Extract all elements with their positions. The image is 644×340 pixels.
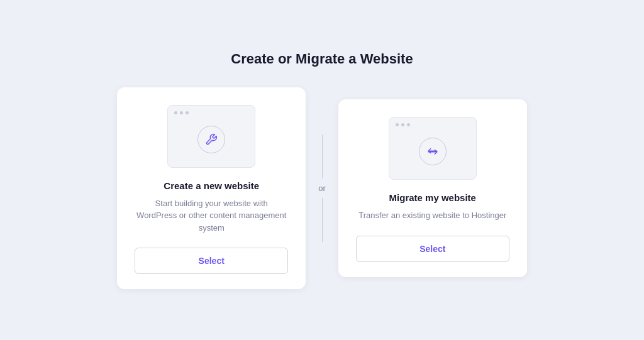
browser-dots	[174, 111, 189, 114]
migrate-arrows-icon	[426, 145, 439, 158]
migrate-card-title: Migrate my website	[389, 192, 476, 203]
migrate-browser-dot-3	[407, 123, 410, 126]
or-text: or	[318, 178, 326, 198]
create-illustration	[167, 105, 255, 168]
wrench-icon-circle	[197, 126, 225, 153]
migrate-card-description: Transfer an existing website to Hostinge…	[358, 209, 506, 222]
migrate-illustration	[389, 117, 477, 180]
arrows-icon-circle	[419, 138, 447, 165]
wrench-icon	[205, 133, 218, 146]
create-select-button[interactable]: Select	[135, 248, 288, 274]
browser-dot-3	[186, 111, 189, 114]
create-card-description: Start building your website with WordPre…	[135, 197, 288, 234]
migrate-website-card: Migrate my website Transfer an existing …	[338, 99, 527, 277]
browser-dot-2	[180, 111, 183, 114]
cards-container: Create a new website Start building your…	[117, 87, 527, 290]
create-website-card: Create a new website Start building your…	[117, 87, 306, 290]
page-title: Create or Migrate a Website	[231, 51, 413, 67]
migrate-browser-dots	[396, 123, 410, 126]
migrate-browser-dot-1	[396, 123, 399, 126]
migrate-select-button[interactable]: Select	[356, 236, 509, 262]
or-divider: or	[306, 134, 338, 242]
browser-dot-1	[174, 111, 177, 114]
divider-line-bottom	[322, 198, 323, 242]
divider-line-top	[322, 134, 323, 178]
create-card-title: Create a new website	[164, 180, 259, 191]
migrate-browser-dot-2	[401, 123, 404, 126]
